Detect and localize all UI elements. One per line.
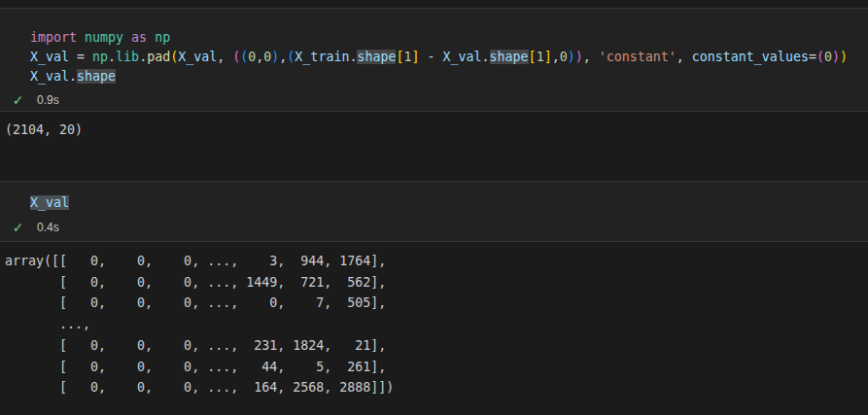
cell-2-output-array: array([[ 0, 0, 0, ..., 3, 944, 1764], [ … — [0, 242, 868, 398]
code-token: , — [583, 50, 599, 64]
code-token: X_val — [30, 195, 69, 210]
code-token: shape — [490, 50, 529, 64]
code-token: ( — [816, 50, 824, 64]
code-token: np — [92, 50, 108, 64]
code-token: import — [30, 30, 77, 45]
code-token: , — [677, 50, 692, 64]
code-token: ( — [170, 50, 178, 64]
cell-1-status-bar: ✓ 0.9s — [0, 88, 868, 111]
execution-time: 0.9s — [37, 93, 59, 107]
code-token: as — [131, 30, 147, 45]
code-token: shape — [77, 69, 116, 84]
code-token: 0 — [560, 50, 568, 64]
code-token: . — [139, 50, 147, 64]
code-token: X_train — [295, 50, 349, 64]
code-token: ] — [411, 50, 419, 64]
code-token: = — [809, 50, 816, 64]
code-token: . — [108, 50, 116, 64]
code-token: constant_values — [692, 50, 809, 64]
cell-2-status-bar: ✓ 0.4s — [0, 213, 868, 241]
code-token: pad — [147, 50, 170, 64]
code-token: [ — [529, 50, 537, 64]
code-token: X_val — [30, 69, 69, 84]
execution-time: 0.4s — [37, 221, 59, 234]
code-cell-2: X_val ✓ 0.4s — [0, 181, 868, 242]
code-token: X_val — [178, 50, 217, 64]
code-token: ) — [575, 50, 583, 64]
code-token — [147, 30, 155, 45]
cell-1-output: (2104, 20) — [0, 112, 868, 181]
code-token — [77, 30, 85, 45]
code-line-1[interactable]: import numpy as np — [30, 28, 868, 48]
code-token: lib — [116, 50, 139, 64]
code-token: ) — [832, 50, 840, 64]
notebook-top-gap — [0, 0, 868, 8]
code-token: 0 — [824, 50, 832, 64]
code-token: , — [552, 50, 560, 64]
code-token: = — [69, 50, 92, 64]
code-token: 1 — [537, 50, 544, 64]
success-check-icon: ✓ — [11, 93, 25, 107]
code-token: X_val — [443, 50, 482, 64]
code-line-2[interactable]: X_val = np.lib.pad(X_val, ((0,0),(X_trai… — [30, 48, 868, 67]
code-token: ) — [568, 50, 575, 64]
code-token — [123, 30, 131, 45]
code-token: numpy — [85, 30, 123, 45]
success-check-icon: ✓ — [11, 221, 25, 234]
cell-2-editor[interactable]: X_val — [0, 182, 868, 213]
code-token: ] — [544, 50, 552, 64]
code-token: np — [155, 30, 170, 45]
code-cell-1: import numpy as np X_val = np.lib.pad(X_… — [0, 8, 868, 112]
cell-1-output-text: (2104, 20) — [0, 112, 868, 140]
code-token: X_val — [30, 50, 69, 64]
code-line-3[interactable]: X_val.shape — [30, 67, 868, 86]
code-token: . — [482, 50, 490, 64]
code-line-1[interactable]: X_val — [30, 193, 868, 213]
notebook-view: { "colors": { "background": "#1b1b1c", "… — [0, 0, 868, 415]
cell-2-output: array([[ 0, 0, 0, ..., 3, 944, 1764], [ … — [0, 242, 868, 415]
code-token: ) — [840, 50, 848, 64]
code-token: shape — [357, 50, 396, 64]
code-token: , — [217, 50, 232, 64]
code-token: . — [69, 69, 77, 84]
cell-1-editor[interactable]: import numpy as np X_val = np.lib.pad(X_… — [0, 9, 868, 88]
code-token: 'constant' — [599, 50, 677, 64]
code-token: - — [420, 50, 443, 64]
